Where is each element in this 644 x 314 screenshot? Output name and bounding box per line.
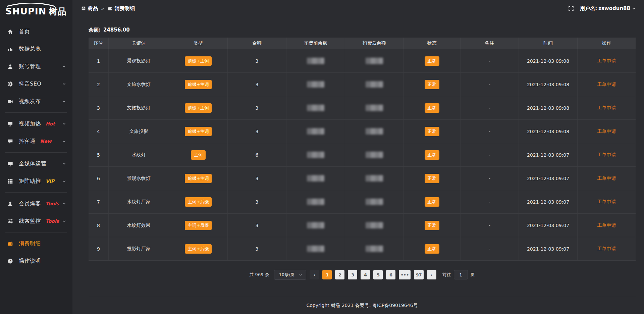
username-label: 用户名: [580,5,597,12]
page-button-3[interactable]: 3 [348,270,357,279]
row-index: 9 [89,237,109,260]
work-order-link[interactable]: 工单申请 [597,128,616,135]
status-badge: 正常 [425,150,439,160]
table-body: 1景观投影灯前缀+主词3正常-2021-12-03 09:08工单申请2文旅水纹… [89,49,636,261]
row-status-cell: 正常 [404,190,461,213]
chart-icon [7,46,14,52]
sidebar-item-clue-monitor[interactable]: 线索监控Tools [0,212,72,230]
grid-icon [7,178,14,184]
sidebar-item-member-baoke[interactable]: 会员爆客Tools [0,195,72,212]
work-order-link[interactable]: 工单申请 [597,82,616,88]
row-action-cell: 工单申请 [578,167,636,190]
balance-before-censored [286,120,345,143]
breadcrumb-current-label: 消费明细 [115,5,135,12]
username-value: zswodun88 [598,5,630,11]
sidebar: SHUPIN 树品 首页数据总览账号管理抖音SEO视频发布视频加热Hot抖客通N… [0,0,72,314]
chevron-down-icon [62,99,66,104]
row-note: - [461,73,519,96]
work-order-link[interactable]: 工单申请 [597,152,616,158]
balance-before-censored [286,73,345,96]
work-order-link[interactable]: 工单申请 [597,175,616,181]
sidebar-item-label: 首页 [19,28,30,35]
page-button-1[interactable]: 1 [322,270,332,279]
row-time: 2021-12-03 09:08 [519,49,578,72]
prev-page-button[interactable]: ‹ [310,270,319,279]
work-order-link[interactable]: 工单申请 [597,105,616,111]
row-index: 1 [89,49,109,72]
chevron-down-icon [62,64,66,69]
balance-after-censored [345,143,404,166]
sidebar-item-matrix-boost[interactable]: 矩阵助推VIP [0,172,72,190]
row-type-cell: 主词+后缀 [169,237,228,260]
censored-value [366,105,383,111]
row-time: 2021-12-03 09:08 [519,120,578,143]
sidebar-item-label: 全媒体运营 [19,160,47,167]
chevron-down-icon [62,201,66,206]
sidebar-item-badge: New [40,139,52,144]
sidebar-item-data-overview[interactable]: 数据总览 [0,40,72,58]
censored-value [366,152,383,158]
row-type-cell: 主词 [169,143,228,166]
row-type-cell: 主词+后缀 [169,190,228,213]
footer: Copyright 树品 2021 备案号: 粤ICP备09019646号 [89,296,636,309]
sidebar-item-account-manage[interactable]: 账号管理 [0,58,72,75]
type-tag: 前缀+主词 [185,80,212,89]
breadcrumb-current: 消费明细 [108,5,135,12]
app-logo[interactable]: SHUPIN 树品 [0,0,72,19]
table-row: 8水纹灯效果主词+后缀3正常-2021-12-03 09:07工单申请 [89,214,636,237]
breadcrumb-home[interactable]: 树品 [81,5,98,12]
table-row: 3文旅投影灯前缀+主词3正常-2021-12-03 09:08工单申请 [89,96,636,120]
svg-text:?: ? [9,259,11,263]
column-header: 备注 [461,38,519,49]
breadcrumb-home-label: 树品 [88,5,98,12]
sidebar-item-consume-detail[interactable]: 消费明细 [0,235,72,252]
page-button-4[interactable]: 4 [361,270,370,279]
balance-value: 24856.00 [103,27,130,33]
row-type-cell: 前缀+主词 [169,120,228,143]
table-row: 9投影灯厂家主词+后缀3正常-2021-12-03 09:07工单申请 [89,237,636,261]
consumption-table: 序号关键词类型金额扣费前余额扣费后余额状态备注时间操作 1景观投影灯前缀+主词3… [89,38,636,261]
sidebar-item-home[interactable]: 首页 [0,23,72,40]
row-amount: 3 [228,73,286,96]
more-pages-button[interactable]: ••• [399,270,411,279]
row-action-cell: 工单申请 [578,143,636,166]
chevron-down-icon [299,273,303,277]
work-order-link[interactable]: 工单申请 [597,246,616,252]
row-action-cell: 工单申请 [578,49,636,72]
logo-brand-en: SHUPIN [5,6,46,16]
sidebar-item-douketong[interactable]: 抖客通New [0,133,72,150]
balance-before-censored [286,143,345,166]
sidebar-item-douyin-seo[interactable]: 抖音SEO [0,75,72,93]
sidebar-item-instructions[interactable]: ?操作说明 [0,252,72,270]
row-action-cell: 工单申请 [578,214,636,237]
sidebar-item-label: 线索监控 [19,218,41,225]
page-button-6[interactable]: 6 [386,270,395,279]
balance-after-censored [345,214,404,237]
column-header: 关键词 [109,38,169,49]
row-type-cell: 主词+后缀 [169,214,228,237]
fullscreen-icon[interactable] [568,6,574,11]
page-button-5[interactable]: 5 [373,270,383,279]
work-order-link[interactable]: 工单申请 [597,199,616,205]
censored-value [307,128,324,135]
balance-before-censored [286,49,345,72]
sidebar-item-video-publish[interactable]: 视频发布 [0,93,72,110]
home-icon [7,29,14,34]
balance-after-censored [345,167,404,190]
type-tag: 主词+后缀 [185,197,212,207]
row-keyword: 水纹灯厂家 [109,190,169,213]
goto-page-input[interactable] [454,270,468,279]
type-tag: 前缀+主词 [185,103,212,113]
row-note: - [461,167,519,190]
work-order-link[interactable]: 工单申请 [597,58,616,64]
page-size-select[interactable]: 10条/页 [274,270,307,280]
page-button-2[interactable]: 2 [335,270,344,279]
next-page-button[interactable]: › [427,270,436,279]
page-button-97[interactable]: 97 [414,270,423,279]
sidebar-item-media-operation[interactable]: 全媒体运营 [0,155,72,172]
work-order-link[interactable]: 工单申请 [597,222,616,228]
row-amount: 3 [228,96,286,119]
user-menu[interactable]: 用户名: zswodun88 [580,5,636,12]
sidebar-item-video-heat[interactable]: 视频加热Hot [0,115,72,133]
censored-value [366,128,383,135]
